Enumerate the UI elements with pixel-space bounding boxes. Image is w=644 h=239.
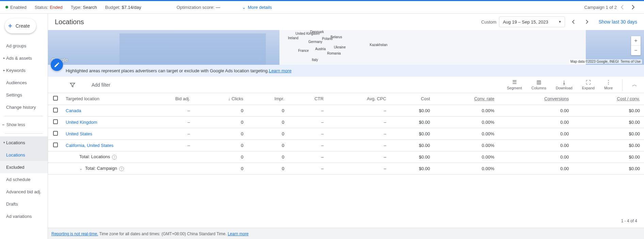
cell-conversions: 0.00 (498, 105, 573, 116)
sidebar-item-ad-variations[interactable]: Ad variations (0, 210, 48, 222)
sidebar-item-ads-assets[interactable]: ▸Ads & assets (0, 52, 48, 64)
footnote-learn-more-link[interactable]: Learn more (228, 231, 248, 236)
sidebar-item-keywords[interactable]: ▸Keywords (0, 64, 48, 76)
map-zoom-in-button[interactable]: ＋ (631, 36, 641, 46)
cell-ctr: – (288, 116, 327, 128)
collapse-panel-button[interactable]: ︿ (632, 81, 637, 88)
cell-impr: 0 (247, 128, 288, 139)
main-content: Locations Custom Aug 19 – Sep 15, 2023 ▼… (48, 14, 644, 239)
col-avg-cpc[interactable]: Avg. CPC (328, 93, 390, 105)
table-row: United States – 0 0 – – $0.00 0.00% 0.00… (48, 128, 644, 139)
table-pager: 1 - 4 of 4 (48, 214, 644, 228)
sidebar-item-adv-bid-adj[interactable]: Advanced bid adj. (0, 185, 48, 198)
cell-cost: $0.00 (390, 128, 434, 139)
expand-button[interactable]: ⛶Expand (582, 79, 595, 90)
help-icon[interactable]: ? (119, 166, 124, 171)
columns-button[interactable]: ▥Columns (531, 79, 546, 90)
campaign-prev-button[interactable] (617, 2, 628, 13)
cell-ctr: – (288, 105, 327, 116)
cell-cost: $0.00 (390, 116, 434, 128)
table-row: California, United States – 0 0 – – $0.0… (48, 139, 644, 151)
add-filter-button[interactable]: Add filter (92, 82, 110, 88)
campaign-next-button[interactable] (628, 2, 639, 13)
more-details-toggle[interactable]: ⌄ More details (242, 5, 272, 10)
cell-costconv: $0.00 (573, 128, 644, 139)
world-map[interactable]: Ireland United Kingdom Denmark Germany P… (48, 30, 644, 65)
select-all-checkbox[interactable] (53, 96, 58, 101)
chevron-down-icon: ⌄ (242, 5, 246, 10)
date-next-button[interactable] (581, 16, 592, 27)
cell-clicks: 0 (194, 116, 247, 128)
expand-caret-icon[interactable]: ⌄ (79, 166, 82, 170)
sort-down-icon: ↓ (228, 96, 231, 101)
last-30-days-link[interactable]: Show last 30 days (598, 19, 637, 25)
col-bid-adj[interactable]: Bid adj. (142, 93, 194, 105)
row-checkbox[interactable] (53, 108, 58, 113)
map-zoom-control: ＋ − (631, 36, 641, 55)
cell-bid: – (142, 116, 194, 128)
filter-icon[interactable] (68, 81, 77, 89)
learn-more-link[interactable]: Learn more (269, 68, 291, 73)
col-conversions[interactable]: Conversions (498, 93, 573, 105)
cell-costconv: $0.00 (573, 116, 644, 128)
col-cost[interactable]: Cost (390, 93, 434, 105)
col-impr[interactable]: Impr. (247, 93, 288, 105)
location-link[interactable]: United Kingdom (66, 120, 97, 125)
caret-down-icon: ▾ (2, 141, 6, 144)
create-button[interactable]: + Create (5, 18, 36, 33)
sidebar-item-ad-groups[interactable]: Ad groups (0, 40, 48, 52)
col-cost-conv[interactable]: Cost / conv. (573, 93, 644, 105)
segment-button[interactable]: ☰Segment (507, 79, 522, 90)
table-row: Canada – 0 0 – – $0.00 0.00% 0.00 $0.00 (48, 105, 644, 116)
map-zoom-out-button[interactable]: − (631, 46, 641, 55)
help-icon[interactable]: ? (112, 155, 117, 160)
reporting-realtime-link[interactable]: Reporting is not real-time. (51, 231, 98, 236)
sidebar-group-locations[interactable]: ▾Locations (0, 136, 48, 149)
cell-bid: – (142, 128, 194, 139)
sidebar-item-settings[interactable]: Settings (0, 89, 48, 101)
cell-bid: – (142, 105, 194, 116)
location-link[interactable]: United States (66, 131, 92, 136)
col-targeted-location[interactable]: Targeted location (63, 93, 142, 105)
row-checkbox[interactable] (53, 143, 58, 147)
table-toolbar: Add filter ☰Segment ▥Columns ⭳Download ⛶… (48, 77, 644, 93)
row-checkbox[interactable] (53, 131, 58, 136)
budget: Budget:$7.14/day (105, 5, 141, 10)
plus-icon: + (8, 22, 12, 30)
map-attribution: Map data ©2023 Google, INEGI Terms of Us… (569, 59, 642, 64)
col-ctr[interactable]: CTR (288, 93, 327, 105)
page-title: Locations (55, 18, 481, 26)
more-button[interactable]: ⋮More (604, 79, 613, 90)
sidebar-item-ad-schedule[interactable]: Ad schedule (0, 173, 48, 185)
cell-conversions: 0.00 (498, 128, 573, 139)
sidebar-item-locations[interactable]: Locations (0, 149, 48, 161)
daterange-picker[interactable]: Aug 19 – Sep 15, 2023 ▼ (499, 16, 565, 27)
caret-right-icon: ▸ (2, 56, 6, 60)
show-less-toggle[interactable]: −Show less (0, 119, 48, 131)
col-conv-rate[interactable]: Conv. rate (434, 93, 498, 105)
edit-fab-button[interactable] (51, 59, 63, 71)
row-checkbox[interactable] (53, 119, 58, 124)
sidebar-item-change-history[interactable]: Change history (0, 101, 48, 113)
totals-row-campaign: ⌄Total: Campaign? 00––$0.000.00%0.00$0.0… (48, 163, 644, 174)
sidebar: + Create Ad groups ▸Ads & assets ▸Keywor… (0, 14, 48, 239)
locations-table: Targeted location Bid adj. ↓ Clicks Impr… (48, 93, 644, 175)
expand-icon: ⛶ (586, 79, 591, 85)
sidebar-item-audiences[interactable]: Audiences (0, 76, 48, 89)
location-link[interactable]: Canada (66, 108, 81, 113)
location-link[interactable]: California, United States (66, 143, 113, 148)
cell-convrate: 0.00% (434, 116, 498, 128)
cell-conversions: 0.00 (498, 116, 573, 128)
sidebar-item-excluded[interactable]: Excluded (0, 161, 48, 173)
cell-cost: $0.00 (390, 105, 434, 116)
col-clicks[interactable]: ↓ Clicks (194, 93, 247, 105)
cell-impr: 0 (247, 105, 288, 116)
page-header: Locations Custom Aug 19 – Sep 15, 2023 ▼… (48, 14, 644, 30)
date-prev-button[interactable] (568, 16, 579, 27)
sidebar-item-drafts[interactable]: Drafts (0, 198, 48, 210)
opt-score: Optimization score:— (177, 5, 220, 10)
cell-avgcpc: – (328, 139, 390, 151)
download-button[interactable]: ⭳Download (556, 79, 573, 90)
cell-bid: – (142, 139, 194, 151)
cell-costconv: $0.00 (573, 139, 644, 151)
